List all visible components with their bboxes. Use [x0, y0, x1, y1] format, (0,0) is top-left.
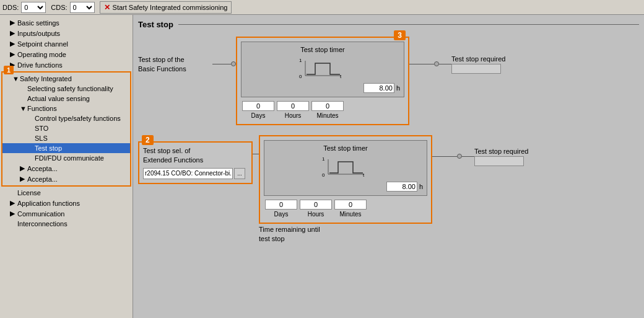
- arrow-icon: ▼: [20, 105, 27, 112]
- svg-text:t: t: [363, 172, 365, 178]
- sidebar-item-setpoint-channel[interactable]: ▶ Setpoint channel: [0, 38, 133, 49]
- timer1-unit: h: [396, 84, 400, 92]
- connector-line-right-2b: [462, 156, 474, 157]
- sidebar-item-fdi-fdu[interactable]: FDI/FDU communicate: [2, 153, 130, 163]
- dds-label: DDS:: [2, 4, 19, 11]
- time-remaining-2: Days Hours Minutes: [264, 200, 427, 219]
- sidebar-item-license[interactable]: License: [0, 188, 133, 198]
- sidebar-item-selecting-safety[interactable]: Selecting safety functionality: [2, 84, 130, 94]
- sidebar-item-interconnections[interactable]: Interconnections: [0, 219, 133, 229]
- content-area: Test stop Test stop of theBasic Function…: [133, 15, 644, 318]
- orange-region-3-bottom: Test stop timer 1 0 t: [259, 135, 432, 224]
- arrow-icon: ▶: [10, 210, 17, 218]
- days2-input[interactable]: [265, 200, 297, 210]
- cds-label: CDS:: [51, 4, 67, 11]
- sidebar-item-label: Interconnections: [17, 220, 67, 227]
- title-divider: [178, 24, 639, 25]
- sidebar-item-label: STO: [35, 125, 48, 132]
- timer-box-1: Test stop timer 1 0 t: [241, 42, 404, 97]
- sidebar-item-drive-functions[interactable]: ▶ Drive functions: [0, 60, 133, 70]
- sidebar-item-label: Setpoint channel: [17, 40, 68, 48]
- svg-text:1: 1: [299, 58, 302, 63]
- days1-input[interactable]: [242, 101, 274, 111]
- output2-label: Test stop required: [474, 148, 528, 155]
- timer-box-2: Test stop timer 1 0 t: [264, 140, 427, 196]
- sidebar-item-basic-settings[interactable]: ▶ Basic settings: [0, 17, 133, 28]
- timer2-value-input[interactable]: [386, 182, 417, 192]
- arrow-icon: ▶: [10, 40, 17, 48]
- sel-label-text: Test stop sel. ofExtended Functions: [143, 147, 203, 164]
- sidebar-item-label: License: [17, 189, 41, 197]
- sidebar-item-label: Accepta...: [27, 165, 58, 172]
- minutes1-label: Minutes: [316, 112, 338, 119]
- arrow-icon: ▼: [12, 75, 20, 82]
- timer1-value-input[interactable]: [363, 83, 394, 93]
- output2-input[interactable]: [474, 156, 524, 166]
- sidebar-item-label: Accepta...: [27, 175, 58, 183]
- minutes2-label: Minutes: [339, 211, 361, 218]
- sidebar-item-operating-mode[interactable]: ▶ Operating mode: [0, 49, 133, 60]
- connector-line-right-2: [432, 156, 457, 157]
- time-remaining-label-2-text: Time remaining untiltest stop: [259, 225, 320, 244]
- sidebar-item-actual-value[interactable]: Actual value sensing: [2, 94, 130, 104]
- page-title: Test stop: [138, 20, 173, 29]
- cds-group: CDS: 0: [51, 2, 94, 13]
- sidebar-badge: 1: [4, 66, 14, 74]
- sidebar-item-accepta1[interactable]: ▶ Accepta...: [2, 163, 130, 174]
- connector-dot-right-1: [434, 61, 439, 66]
- hours2-input[interactable]: [300, 200, 332, 210]
- timer2-graph: 1 0 t: [321, 154, 370, 179]
- sidebar-item-label: Safety Integrated: [20, 75, 72, 82]
- output-section-2: Test stop required: [474, 135, 528, 166]
- orange-region-2: 2 Test stop sel. ofExtended Functions ..…: [138, 141, 253, 184]
- sidebar-item-sls[interactable]: SLS: [2, 133, 130, 143]
- days1-label: Days: [251, 112, 266, 119]
- sidebar-item-label: Control type/safety functions: [35, 115, 121, 122]
- minutes1-input[interactable]: [311, 101, 344, 111]
- svg-text:0: 0: [299, 74, 302, 79]
- hours1-input[interactable]: [277, 101, 309, 111]
- time-remaining-label-2: Time remaining untiltest stop: [138, 225, 639, 244]
- sidebar-item-label: Inputs/outputs: [17, 30, 60, 37]
- hours1-label: Hours: [285, 112, 302, 119]
- cds-select[interactable]: 0: [70, 2, 95, 13]
- commission-button[interactable]: ✕ Start Safety Integrated commissioning: [100, 1, 232, 14]
- section1-label: Test stop of theBasic Functions: [138, 37, 212, 74]
- toolbar: DDS: 0 CDS: 0 ✕ Start Safety Integrated …: [0, 0, 644, 15]
- svg-text:t: t: [340, 74, 342, 79]
- arrow-icon: ▶: [10, 29, 17, 37]
- sel-button[interactable]: ...: [234, 168, 245, 179]
- section1-label-text: Test stop of theBasic Functions: [138, 56, 186, 73]
- sel-label: Test stop sel. ofExtended Functions: [143, 146, 248, 166]
- sidebar-item-label: SLS: [35, 135, 48, 142]
- sidebar-item-label: Basic settings: [17, 19, 59, 27]
- sel-input[interactable]: [143, 168, 233, 179]
- sidebar-item-test-stop[interactable]: Test stop: [2, 143, 130, 153]
- dds-select[interactable]: 0: [21, 2, 46, 13]
- sidebar-item-accepta2[interactable]: ▶ Accepta...: [2, 174, 130, 184]
- badge-2: 2: [142, 135, 154, 145]
- commission-label: Start Safety Integrated commissioning: [113, 4, 228, 11]
- days2-label: Days: [274, 211, 289, 218]
- sidebar-item-label: Selecting safety functionality: [27, 85, 113, 92]
- timer2-unit: h: [419, 183, 423, 190]
- main-layout: ▶ Basic settings ▶ Inputs/outputs ▶ Setp…: [0, 15, 644, 318]
- sidebar-item-safety-integrated[interactable]: ▼ Safety Integrated: [2, 74, 130, 84]
- output1-label: Test stop required: [451, 55, 505, 63]
- sidebar-item-inputs-outputs[interactable]: ▶ Inputs/outputs: [0, 28, 133, 38]
- timer1-graph: 1 0 t: [298, 56, 347, 81]
- sidebar-item-communication[interactable]: ▶ Communication: [0, 208, 133, 219]
- timer2-title: Test stop timer: [268, 144, 423, 152]
- sidebar: ▶ Basic settings ▶ Inputs/outputs ▶ Setp…: [0, 15, 133, 318]
- sidebar-item-sto[interactable]: STO: [2, 123, 130, 133]
- sidebar-item-label: Functions: [27, 105, 57, 112]
- sidebar-item-label: Actual value sensing: [27, 95, 90, 102]
- sidebar-item-control-type[interactable]: Control type/safety functions: [2, 113, 130, 123]
- connector-line-right-1: [409, 64, 434, 64]
- output1-input[interactable]: [451, 64, 501, 74]
- svg-text:0: 0: [322, 172, 325, 178]
- sidebar-item-functions[interactable]: ▼ Functions: [2, 104, 130, 113]
- orange-region-3: 3 Test stop timer 1 0 t: [236, 37, 409, 125]
- minutes2-input[interactable]: [334, 200, 367, 210]
- sidebar-item-application-functions[interactable]: ▶ Application functions: [0, 198, 133, 208]
